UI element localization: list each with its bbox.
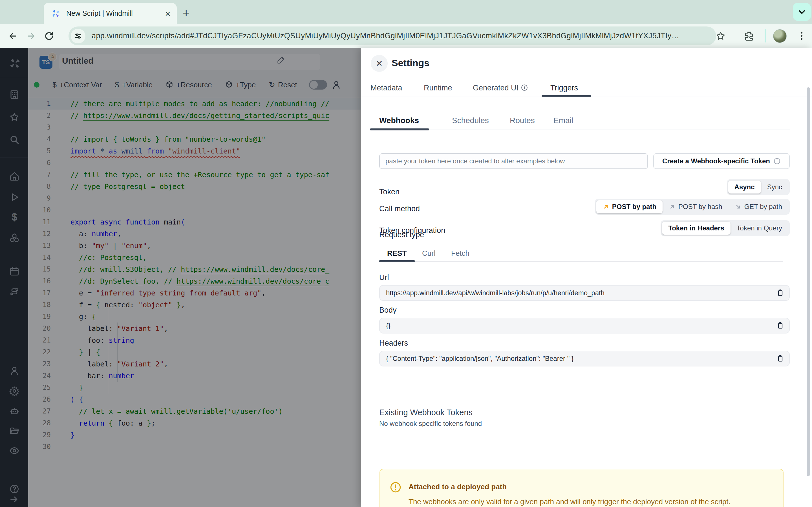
call-method-post-by-hash-label: POST by hash bbox=[678, 203, 722, 211]
trigger-tabs: Webhooks Schedules Routes Email bbox=[370, 115, 790, 130]
new-tab-button[interactable]: + bbox=[183, 7, 190, 19]
page-title: Settings bbox=[392, 57, 429, 68]
avatar[interactable] bbox=[773, 29, 786, 43]
active-trigger-tab-underline bbox=[370, 128, 429, 130]
existing-tokens-title: Existing Webhook Tokens bbox=[379, 408, 472, 417]
url-value: https://app.windmill.dev/api/w/windmill-… bbox=[386, 289, 605, 297]
existing-tokens-empty: No webhook specific tokens found bbox=[379, 420, 482, 428]
token-input[interactable]: paste your token here once created to al… bbox=[379, 153, 648, 169]
extensions-icon[interactable] bbox=[744, 31, 755, 41]
tab-title: New Script | Windmill bbox=[66, 9, 133, 17]
scrollbar-thumb[interactable] bbox=[807, 87, 810, 476]
arrow-down-right-icon bbox=[735, 203, 742, 210]
create-webhook-token-button[interactable]: Create a Webhook-specific Token bbox=[653, 153, 790, 169]
headers-label: Headers bbox=[379, 339, 408, 348]
token-config-group: Token in Headers Token in Query bbox=[661, 220, 790, 236]
copy-icon[interactable] bbox=[776, 355, 784, 362]
token-placeholder: paste your token here once created to al… bbox=[386, 157, 565, 165]
request-type-async[interactable]: Async bbox=[728, 180, 761, 193]
warning-title: Attached to a deployed path bbox=[409, 483, 507, 491]
call-method-group: POST by path POST by hash GET by path bbox=[595, 199, 790, 215]
browser-tab[interactable]: New Script | Windmill × bbox=[44, 3, 177, 24]
tab-generated-ui[interactable]: Generated UI bbox=[473, 83, 528, 93]
headers-field[interactable]: { "Content-Type": "application/json", "A… bbox=[379, 351, 790, 367]
tab-curl[interactable]: Curl bbox=[422, 249, 436, 258]
profile-separator bbox=[765, 29, 765, 43]
forward-icon[interactable] bbox=[26, 31, 36, 41]
info-icon bbox=[521, 84, 528, 91]
copy-icon[interactable] bbox=[776, 322, 784, 330]
tab-close-icon[interactable]: × bbox=[165, 9, 170, 18]
warning-icon bbox=[389, 481, 402, 494]
request-type-sync[interactable]: Sync bbox=[761, 180, 788, 193]
tab-triggers[interactable]: Triggers bbox=[550, 83, 578, 93]
request-type-group: Async Sync bbox=[727, 179, 790, 195]
browser-tab-bar: New Script | Windmill × + bbox=[0, 0, 812, 24]
active-example-tab-underline bbox=[379, 260, 415, 262]
url-label: Url bbox=[379, 273, 389, 282]
active-tab-underline bbox=[542, 95, 591, 97]
back-icon[interactable] bbox=[8, 31, 18, 41]
tab-webhooks[interactable]: Webhooks bbox=[379, 116, 419, 125]
tab-routes[interactable]: Routes bbox=[510, 116, 535, 125]
tab-rest[interactable]: REST bbox=[387, 249, 407, 258]
body-field[interactable]: {} bbox=[379, 318, 790, 334]
body-label: Body bbox=[379, 306, 397, 315]
tab-fetch[interactable]: Fetch bbox=[451, 249, 469, 258]
url-bar[interactable]: app.windmill.dev/scripts/add#JTdCJTIyaGF… bbox=[68, 26, 716, 45]
menu-dots-icon[interactable] bbox=[796, 31, 807, 41]
site-settings-button[interactable] bbox=[71, 29, 86, 43]
headers-value: { "Content-Type": "application/json", "A… bbox=[386, 355, 574, 362]
tune-icon bbox=[74, 32, 82, 40]
screen: New Script | Windmill × + app.windmill.d… bbox=[0, 0, 812, 507]
info-icon bbox=[773, 158, 781, 165]
settings-drawer: ✕ Settings Metadata Runtime Generated UI… bbox=[361, 48, 812, 507]
tab-metadata[interactable]: Metadata bbox=[370, 83, 402, 93]
chevron-down-icon bbox=[798, 8, 806, 16]
call-method-get-by-path[interactable]: GET by path bbox=[728, 200, 788, 213]
close-icon[interactable]: ✕ bbox=[371, 55, 388, 72]
arrow-up-right-icon bbox=[669, 203, 675, 210]
url-field[interactable]: https://app.windmill.dev/api/w/windmill-… bbox=[379, 285, 790, 301]
call-method-post-by-path-label: POST by path bbox=[612, 203, 656, 211]
call-method-post-by-hash[interactable]: POST by hash bbox=[663, 200, 728, 213]
token-config-label: Token configuration bbox=[379, 226, 445, 235]
reload-icon[interactable] bbox=[44, 31, 54, 41]
url-text[interactable]: app.windmill.dev/scripts/add#JTdCJTIyaGF… bbox=[92, 32, 679, 40]
example-tabs: REST Curl Fetch bbox=[379, 249, 783, 262]
create-webhook-token-label: Create a Webhook-specific Token bbox=[662, 157, 770, 165]
copy-icon[interactable] bbox=[776, 289, 784, 297]
token-in-query[interactable]: Token in Query bbox=[730, 222, 788, 235]
body-value: {} bbox=[386, 322, 391, 330]
tab-schedules[interactable]: Schedules bbox=[452, 116, 489, 125]
warning-body: The webhooks are only valid for a given … bbox=[409, 497, 772, 506]
tab-email[interactable]: Email bbox=[553, 116, 573, 125]
call-method-get-by-path-label: GET by path bbox=[744, 203, 782, 211]
call-method-label: Call method bbox=[379, 205, 420, 213]
arrow-up-right-icon bbox=[603, 203, 609, 210]
token-label: Token bbox=[379, 187, 400, 196]
token-in-headers[interactable]: Token in Headers bbox=[662, 222, 730, 235]
window-chevron-button[interactable] bbox=[793, 3, 811, 21]
drawer-backdrop[interactable] bbox=[0, 48, 361, 507]
windmill-favicon-icon bbox=[51, 9, 61, 18]
call-method-post-by-path[interactable]: POST by path bbox=[596, 200, 663, 213]
tab-generated-ui-label: Generated UI bbox=[473, 83, 518, 92]
tab-runtime[interactable]: Runtime bbox=[424, 83, 452, 93]
bookmark-star-icon[interactable] bbox=[716, 31, 726, 41]
